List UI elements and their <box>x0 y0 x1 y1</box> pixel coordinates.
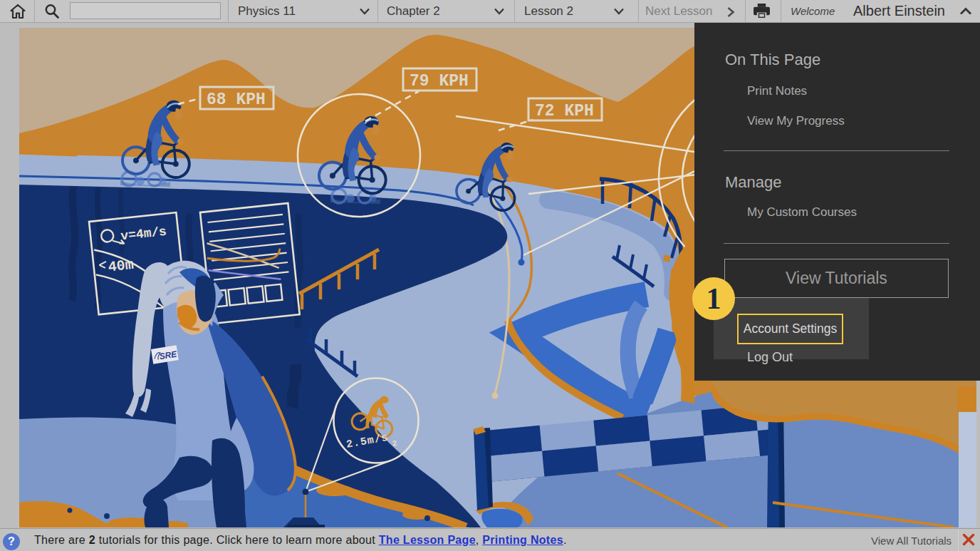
svg-text:40m: 40m <box>108 257 135 276</box>
svg-text:68 KPH: 68 KPH <box>207 91 266 109</box>
svg-text:79 KPH: 79 KPH <box>410 72 469 91</box>
svg-text:72 KPH: 72 KPH <box>535 102 594 120</box>
